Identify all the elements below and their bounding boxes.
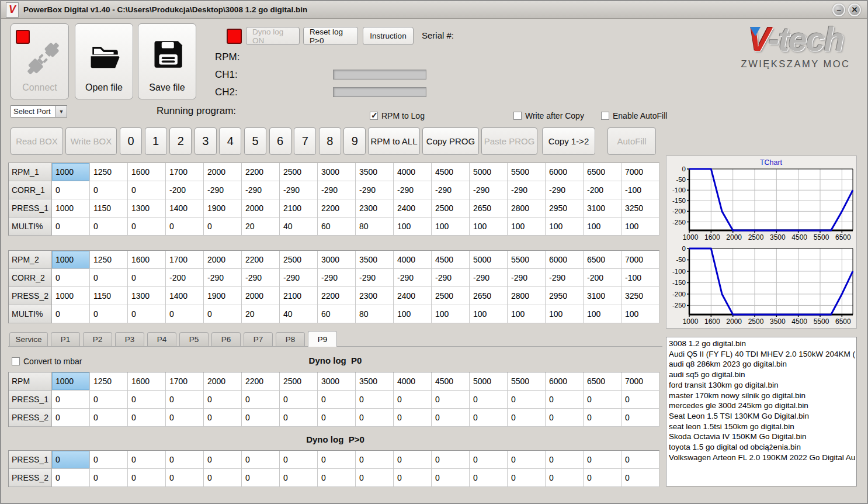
p0table-cell-RPM-4[interactable]: 2000 [204, 372, 242, 391]
pg0table-cell-PRESS_1-9[interactable]: 0 [394, 451, 432, 469]
program-button-6[interactable]: 6 [269, 127, 291, 155]
prog2-cell-MULTI%-1[interactable]: 0 [90, 305, 128, 323]
prog1-cell-CORR_1-14[interactable]: -200 [584, 181, 622, 199]
tab-p8[interactable]: P8 [276, 332, 305, 346]
file-item[interactable]: 3008 1.2 go digital.bin [669, 339, 856, 349]
pg0table-cell-PRESS_1-0[interactable]: 0 [52, 451, 90, 469]
prog2-cell-RPM_2-7[interactable]: 3000 [318, 251, 356, 269]
tab-p4[interactable]: P4 [147, 332, 176, 346]
prog1-cell-MULTI%-13[interactable]: 100 [546, 218, 584, 236]
p0table-cell-PRESS_1-1[interactable]: 0 [90, 391, 128, 409]
prog2-cell-PRESS_2-11[interactable]: 2650 [470, 287, 508, 305]
pg0table-cell-PRESS_1-12[interactable]: 0 [508, 451, 546, 469]
pg0table-cell-PRESS_2-14[interactable]: 0 [584, 469, 622, 487]
p0table-cell-PRESS_1-4[interactable]: 0 [204, 391, 242, 409]
p0table-cell-PRESS_2-14[interactable]: 0 [584, 409, 622, 427]
pg0table-cell-PRESS_1-7[interactable]: 0 [318, 451, 356, 469]
prog2-cell-CORR_2-10[interactable]: -290 [432, 269, 470, 287]
prog2-cell-PRESS_2-13[interactable]: 2950 [546, 287, 584, 305]
prog2-cell-CORR_2-14[interactable]: -200 [584, 269, 622, 287]
pg0table-cell-PRESS_1-4[interactable]: 0 [204, 451, 242, 469]
prog1-cell-PRESS_1-2[interactable]: 1300 [128, 199, 166, 218]
prog1-cell-RPM_1-6[interactable]: 2500 [280, 163, 318, 181]
prog1-cell-RPM_1-2[interactable]: 1600 [128, 163, 166, 181]
prog1-cell-RPM_1-5[interactable]: 2200 [242, 163, 280, 181]
prog2-cell-MULTI%-13[interactable]: 100 [546, 305, 584, 323]
pg0table-cell-PRESS_2-10[interactable]: 0 [432, 469, 470, 487]
prog1-cell-MULTI%-14[interactable]: 100 [584, 218, 622, 236]
file-item[interactable]: audi q8 286km 2023 go digital.bin [669, 359, 856, 370]
tab-p9[interactable]: P9 [308, 331, 337, 347]
save-file-button[interactable]: Save file [138, 23, 196, 99]
prog1-cell-MULTI%-8[interactable]: 80 [356, 218, 394, 236]
connect-button[interactable]: Connect [11, 23, 69, 99]
pg0table-cell-PRESS_1-8[interactable]: 0 [356, 451, 394, 469]
prog1-cell-RPM_1-0[interactable]: 1000 [52, 163, 90, 181]
prog1-cell-MULTI%-4[interactable]: 0 [204, 218, 242, 236]
prog2-cell-CORR_2-9[interactable]: -290 [394, 269, 432, 287]
p0table-cell-RPM-10[interactable]: 4500 [432, 372, 470, 391]
p0table-cell-RPM-13[interactable]: 6000 [546, 372, 584, 391]
prog2-cell-MULTI%-5[interactable]: 20 [242, 305, 280, 323]
p0table-cell-PRESS_1-13[interactable]: 0 [546, 391, 584, 409]
pg0table-cell-PRESS_1-5[interactable]: 0 [242, 451, 280, 469]
prog1-cell-MULTI%-9[interactable]: 100 [394, 218, 432, 236]
p0table-cell-PRESS_1-14[interactable]: 0 [584, 391, 622, 409]
tab-p1[interactable]: P1 [51, 332, 80, 346]
prog2-cell-CORR_2-7[interactable]: -290 [318, 269, 356, 287]
prog1-cell-MULTI%-3[interactable]: 0 [166, 218, 204, 236]
program-button-8[interactable]: 8 [319, 127, 341, 155]
pg0table-cell-PRESS_1-10[interactable]: 0 [432, 451, 470, 469]
prog2-cell-RPM_2-4[interactable]: 2000 [204, 251, 242, 269]
chevron-down-icon[interactable]: ▼ [55, 106, 67, 117]
program-button-0[interactable]: 0 [120, 127, 142, 155]
reset-log-button[interactable]: Reset log P>0 [303, 27, 358, 45]
prog2-cell-CORR_2-13[interactable]: -290 [546, 269, 584, 287]
select-port-dropdown[interactable]: Select Port ▼ [11, 105, 67, 118]
file-item[interactable]: seat leon 1.5tsi 150km go digital.bin [669, 422, 856, 432]
prog2-cell-CORR_2-1[interactable]: 0 [90, 269, 128, 287]
p0table-cell-RPM-1[interactable]: 1250 [90, 372, 128, 391]
pg0table-cell-PRESS_2-15[interactable]: 0 [622, 469, 659, 487]
prog1-cell-PRESS_1-8[interactable]: 2300 [356, 199, 394, 218]
prog2-cell-PRESS_2-0[interactable]: 1000 [52, 287, 90, 305]
enable-autofill-checkbox[interactable]: Enable AutoFill [601, 111, 667, 120]
instruction-button[interactable]: Instruction [363, 27, 414, 45]
p0table-cell-PRESS_2-1[interactable]: 0 [90, 409, 128, 427]
prog2-cell-CORR_2-6[interactable]: -290 [280, 269, 318, 287]
prog1-cell-PRESS_1-11[interactable]: 2650 [470, 199, 508, 218]
prog1-cell-MULTI%-7[interactable]: 60 [318, 218, 356, 236]
prog2-cell-RPM_2-2[interactable]: 1600 [128, 251, 166, 269]
prog1-cell-RPM_1-15[interactable]: 7000 [622, 163, 659, 181]
prog2-cell-RPM_2-9[interactable]: 4000 [394, 251, 432, 269]
p0table-cell-PRESS_2-9[interactable]: 0 [394, 409, 432, 427]
write-after-copy-checkbox-box[interactable] [513, 112, 522, 120]
prog2-cell-PRESS_2-2[interactable]: 1300 [128, 287, 166, 305]
prog2-cell-MULTI%-10[interactable]: 100 [432, 305, 470, 323]
pg0table-cell-PRESS_2-6[interactable]: 0 [280, 469, 318, 487]
pg0table-cell-PRESS_2-2[interactable]: 0 [128, 469, 166, 487]
prog2-cell-MULTI%-0[interactable]: 0 [52, 305, 90, 323]
open-file-button[interactable]: Open file [75, 23, 133, 99]
prog2-cell-RPM_2-1[interactable]: 1250 [90, 251, 128, 269]
tab-p7[interactable]: P7 [244, 332, 273, 346]
prog2-cell-PRESS_2-1[interactable]: 1150 [90, 287, 128, 305]
prog2-cell-PRESS_2-5[interactable]: 2000 [242, 287, 280, 305]
prog1-cell-CORR_1-5[interactable]: -290 [242, 181, 280, 199]
file-item[interactable]: Volkswagen Arteon FL 2.0 190KM 2022 Go D… [669, 453, 856, 463]
prog1-cell-CORR_1-1[interactable]: 0 [90, 181, 128, 199]
prog2-cell-PRESS_2-15[interactable]: 3250 [622, 287, 659, 305]
prog2-cell-RPM_2-14[interactable]: 6500 [584, 251, 622, 269]
program-button-2[interactable]: 2 [169, 127, 192, 155]
prog1-cell-PRESS_1-3[interactable]: 1400 [166, 199, 204, 218]
prog2-cell-MULTI%-15[interactable]: 100 [622, 305, 659, 323]
enable-autofill-checkbox-box[interactable] [601, 112, 609, 120]
prog2-cell-RPM_2-6[interactable]: 2500 [280, 251, 318, 269]
pg0table-cell-PRESS_1-1[interactable]: 0 [90, 451, 128, 469]
prog1-cell-CORR_1-4[interactable]: -290 [204, 181, 242, 199]
prog2-cell-MULTI%-7[interactable]: 60 [318, 305, 356, 323]
file-item[interactable]: Audi Q5 II (FY FL) 40 TDI MHEV 2.0 150kW… [669, 349, 856, 360]
file-item[interactable]: mercedes gle 300d 245km go digital.bin [669, 401, 856, 411]
program-button-1[interactable]: 1 [145, 127, 167, 155]
prog1-cell-PRESS_1-6[interactable]: 2100 [280, 199, 318, 218]
